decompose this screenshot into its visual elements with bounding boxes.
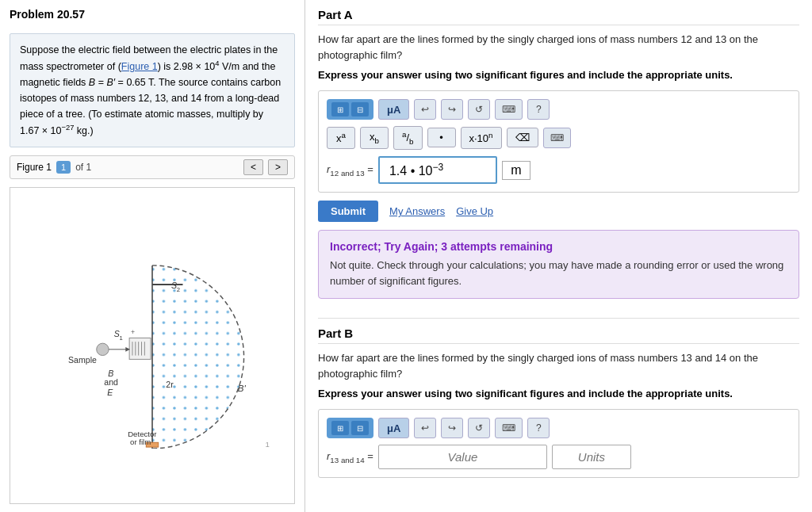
svg-text:+: + <box>131 328 135 336</box>
part-a-question: How far apart are the lines formed by th… <box>318 32 799 63</box>
figure-label: Figure 1 <box>17 162 52 173</box>
math-buttons-row: xa xb a/b • x·10n ⌫ ⌨ <box>327 126 791 150</box>
feedback-title: Incorrect; Try Again; 3 attempts remaini… <box>330 240 787 253</box>
part-a-unit-display[interactable]: m <box>502 161 530 180</box>
feedback-text: Not quite. Check through your calculatio… <box>330 258 787 288</box>
help-button[interactable]: ? <box>527 99 550 120</box>
svg-text:B: B <box>108 369 113 378</box>
math-keyboard-btn[interactable]: ⌨ <box>543 128 571 148</box>
left-panel: Problem 20.57 Suppose the electric field… <box>0 0 305 512</box>
my-answers-button[interactable]: My Answers <box>389 205 445 217</box>
problem-title: Problem 20.57 <box>10 8 295 21</box>
submit-button[interactable]: Submit <box>318 201 378 222</box>
part-b-help-button[interactable]: ? <box>527 418 550 438</box>
grid-icon[interactable]: ⊞ <box>331 102 349 117</box>
svg-text:E: E <box>107 388 113 397</box>
svg-point-25 <box>97 343 109 355</box>
part-b-units-input[interactable] <box>552 445 631 469</box>
keyboard-button[interactable]: ⌨ <box>495 99 523 120</box>
svg-text:Sample: Sample <box>68 355 97 365</box>
part-a-equation-label: r12 and 13 = <box>327 163 373 178</box>
give-up-button[interactable]: Give Up <box>456 205 493 217</box>
feedback-box: Incorrect; Try Again; 3 attempts remaini… <box>318 230 799 299</box>
part-b-redo-button[interactable]: ↪ <box>441 418 463 438</box>
part-b-toolbar-icon-group: ⊞ ⊟ <box>327 418 373 438</box>
part-a-answer-area: ⊞ ⊟ μA ↩ ↪ ↺ ⌨ ? xa xb a/b • x·10n ⌫ ⌨ <box>318 90 799 193</box>
part-a-toolbar: ⊞ ⊟ μA ↩ ↪ ↺ ⌨ ? <box>327 99 791 120</box>
svg-text:1: 1 <box>266 440 270 449</box>
part-b-keyboard-button[interactable]: ⌨ <box>495 418 523 438</box>
part-b-toolbar: ⊞ ⊟ μA ↩ ↪ ↺ ⌨ ? <box>327 418 791 438</box>
backspace-btn[interactable]: ⌫ <box>507 128 538 147</box>
fraction-btn[interactable]: a/b <box>393 126 423 150</box>
part-b-refresh-button[interactable]: ↺ <box>468 418 490 438</box>
dot-btn[interactable]: • <box>427 128 456 147</box>
figure-controls: Figure 1 1 of 1 < > <box>10 155 295 179</box>
part-a-header: Part A <box>318 8 799 25</box>
figure-of-label: of 1 <box>75 162 91 173</box>
part-b-instruction: Express your answer using two significan… <box>318 388 799 399</box>
svg-text:2r: 2r <box>166 380 174 389</box>
svg-text:2: 2 <box>177 286 180 293</box>
figure-link[interactable]: Figure 1 <box>121 61 158 72</box>
part-a-instruction: Express your answer using two significan… <box>318 69 799 81</box>
undo-button[interactable]: ↩ <box>414 99 436 120</box>
problem-description: Suppose the electric field between the e… <box>10 33 295 147</box>
next-figure-btn[interactable]: > <box>268 159 288 175</box>
toolbar-icon-group: ⊞ ⊟ <box>327 99 373 120</box>
mu-a-button[interactable]: μA <box>378 99 409 120</box>
svg-text:B': B' <box>238 384 247 393</box>
formula-icon[interactable]: ⊟ <box>351 102 369 117</box>
part-b-equation-label: r13 and 14 = <box>327 450 373 464</box>
right-panel: Part A How far apart are the lines forme… <box>305 0 812 512</box>
part-b-input-row: r13 and 14 = <box>327 445 791 469</box>
refresh-button[interactable]: ↺ <box>468 99 490 120</box>
part-b-question: How far apart are the lines formed by th… <box>318 350 799 381</box>
part-b-section: Part B How far apart are the lines forme… <box>318 327 799 486</box>
svg-text:Detector: Detector <box>128 430 157 438</box>
subscript-btn[interactable]: xb <box>360 127 389 149</box>
svg-text:or film: or film <box>130 437 151 446</box>
part-b-mu-a-button[interactable]: μA <box>378 418 409 438</box>
superscript-btn[interactable]: xa <box>327 127 355 148</box>
svg-text:and: and <box>104 377 118 387</box>
redo-button[interactable]: ↪ <box>441 99 463 120</box>
prev-figure-btn[interactable]: < <box>243 159 263 175</box>
part-b-grid-icon[interactable]: ⊞ <box>331 421 349 435</box>
part-b-undo-button[interactable]: ↩ <box>414 418 436 438</box>
part-a-answer-display[interactable]: 1.4 • 10−3 <box>378 156 497 184</box>
part-b-answer-area: ⊞ ⊟ μA ↩ ↪ ↺ ⌨ ? r13 and 14 = <box>318 409 799 478</box>
part-divider <box>318 318 799 319</box>
part-b-value-input[interactable] <box>378 445 547 469</box>
figure-diagram: S 1 + S 2 Sample B and E 2r B' Detector … <box>10 187 295 504</box>
part-b-formula-icon[interactable]: ⊟ <box>351 421 369 435</box>
scientific-notation-btn[interactable]: x·10n <box>461 127 502 148</box>
part-a-section: Part A How far apart are the lines forme… <box>318 8 799 310</box>
part-a-input-row: r12 and 13 = 1.4 • 10−3 m <box>327 156 791 184</box>
part-a-action-row: Submit My Answers Give Up <box>318 201 799 222</box>
part-b-header: Part B <box>318 327 799 344</box>
svg-text:1: 1 <box>120 334 123 342</box>
figure-dropdown[interactable]: 1 <box>56 161 71 174</box>
